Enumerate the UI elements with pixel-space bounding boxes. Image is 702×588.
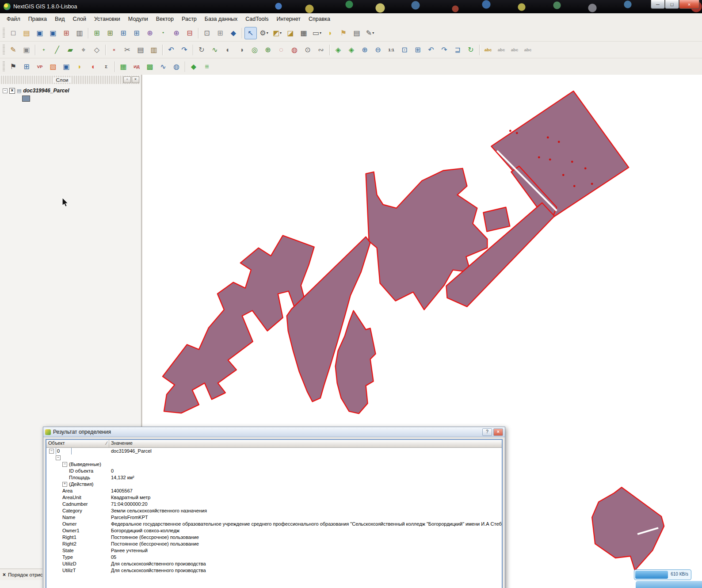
identify-row[interactable]: ID объекта0 — [46, 468, 502, 474]
dialog-close-button[interactable]: × — [493, 428, 503, 436]
split-features-icon[interactable]: ◐ — [222, 44, 234, 56]
menu-item-10[interactable]: Интернет — [272, 14, 305, 24]
label-rotate-icon[interactable]: abc — [508, 44, 521, 56]
identify-row[interactable]: −(Выведенные) — [46, 461, 502, 468]
georeferencer-icon[interactable]: ▩ — [144, 61, 156, 73]
save-as-image-icon[interactable]: ⊞ — [60, 27, 72, 39]
offset-curve-icon[interactable]: ⊙ — [301, 44, 314, 56]
coordinate-capture-icon[interactable]: ⚑ — [7, 61, 19, 73]
label-change-icon[interactable]: abc — [522, 44, 534, 56]
undo-icon[interactable]: ↶ — [165, 44, 177, 56]
identify-id-icon[interactable]: ИД — [130, 61, 143, 73]
menu-item-6[interactable]: Вектор — [152, 14, 178, 24]
delete-ring-icon[interactable]: ◌ — [275, 44, 287, 56]
menu-item-8[interactable]: База данных — [201, 14, 241, 24]
menu-item-4[interactable]: Установки — [90, 14, 124, 24]
image-preview-icon[interactable]: ▣ — [60, 61, 72, 73]
identify-row[interactable]: Right1Постоянное (бессрочное) пользовани… — [46, 534, 502, 541]
identify-row[interactable]: −0doc319946_Parcel — [46, 448, 502, 454]
save-edits-icon[interactable]: ▣ — [20, 44, 33, 56]
add-part-icon[interactable]: ⊕ — [262, 44, 274, 56]
parcel-point-feature[interactable] — [573, 185, 576, 187]
capture-line-icon[interactable]: ╱ — [51, 44, 63, 56]
identify-row[interactable]: Cadnumber71:04:000000:20 — [46, 501, 502, 508]
print-composer-icon[interactable]: ▥ — [73, 27, 86, 39]
column-header-value[interactable]: Значение — [109, 440, 502, 447]
menu-item-3[interactable]: Слой — [69, 14, 90, 24]
parcel-point-feature[interactable] — [591, 183, 593, 185]
parcel-point-feature[interactable] — [562, 174, 565, 176]
terrain-shading-icon[interactable]: ▧ — [47, 61, 59, 73]
panel-close-button[interactable]: × — [132, 76, 139, 83]
save-project-icon[interactable]: ▣ — [34, 27, 46, 39]
identify-row[interactable]: +(Действия) — [46, 481, 502, 488]
vp-profile-icon[interactable]: VP — [34, 61, 46, 73]
collapse-icon[interactable]: − — [3, 88, 8, 93]
identify-row[interactable]: StateРанее учтенный — [46, 547, 502, 554]
parcel-point-feature[interactable] — [516, 132, 518, 134]
copy-features-icon[interactable]: ▤ — [134, 44, 147, 56]
show-bookmarks-icon[interactable]: ▤ — [351, 27, 363, 39]
remove-layer-icon[interactable]: ⊟ — [183, 27, 196, 39]
quickmap-icon[interactable]: ◆ — [187, 61, 200, 73]
identify-features-icon[interactable]: ↖ — [244, 27, 257, 39]
parcel-north-square[interactable] — [491, 91, 629, 217]
zoom-to-selection-icon[interactable]: ⊞ — [412, 44, 424, 56]
collapse-icon[interactable]: − — [62, 462, 67, 467]
new-shapefile-layer-icon[interactable]: * — [157, 27, 169, 39]
table-manager-icon[interactable]: ⊞ — [20, 61, 33, 73]
zoom-out-icon[interactable]: ⊖ — [372, 44, 384, 56]
add-delimited-text-icon[interactable]: ⊞ — [214, 27, 226, 39]
layers-stack-icon[interactable]: ≡ — [201, 61, 213, 73]
identify-row[interactable]: Площадь14,132 км² — [46, 474, 502, 481]
catalog-icon[interactable]: ⊡ — [201, 27, 213, 39]
menu-item-1[interactable]: Правка — [24, 14, 51, 24]
refresh-map-icon[interactable]: ↻ — [465, 44, 477, 56]
panel-float-button[interactable]: ▫ — [123, 76, 131, 83]
draw-order-panel[interactable]: × Порядок отрис — [0, 569, 42, 580]
zoom-native-icon[interactable]: 1:1 — [385, 44, 397, 56]
python-console-icon[interactable]: ◆ — [227, 27, 240, 39]
layer-swatch[interactable] — [22, 95, 30, 102]
column-header-object[interactable]: Объект ∕ — [46, 440, 109, 447]
add-postgis-layer-icon[interactable]: ⊞ — [117, 27, 130, 39]
menu-item-2[interactable]: Вид — [51, 14, 69, 24]
parcel-point-feature[interactable] — [584, 167, 587, 169]
zoom-last-icon[interactable]: ↶ — [425, 44, 437, 56]
add-vector-layer-icon[interactable]: ⊞ — [91, 27, 103, 39]
layer-checkbox[interactable]: × — [9, 88, 15, 94]
add-spatialite-layer-icon[interactable]: ⊞ — [130, 27, 143, 39]
save-project-as-icon[interactable]: ▣ — [47, 27, 59, 39]
map-tips-icon[interactable]: ◗ — [324, 27, 336, 39]
simplify-feature-icon[interactable]: ∿ — [209, 44, 221, 56]
cut-features-icon[interactable]: ✂ — [121, 44, 134, 56]
expand-icon[interactable]: + — [62, 482, 67, 487]
add-wms-layer-icon[interactable]: ⊕ — [144, 27, 156, 39]
menu-item-11[interactable]: Справка — [305, 14, 334, 24]
identify-row[interactable]: Area14005567 — [46, 488, 502, 494]
node-tool-icon[interactable]: ◇ — [91, 44, 103, 56]
draw-order-close-icon[interactable]: × — [3, 572, 6, 578]
identify-row[interactable]: NameParcelsFromKPT — [46, 514, 502, 521]
add-wfs-layer-icon[interactable]: ⊕ — [170, 27, 183, 39]
menu-item-0[interactable]: Файл — [3, 14, 24, 24]
layer-item[interactable]: − × ▤ doc319946_Parcel — [3, 88, 138, 94]
label-settings-icon[interactable]: abc — [482, 44, 494, 56]
delete-part-icon[interactable]: ◍ — [288, 44, 301, 56]
zoom-next-icon[interactable]: ↷ — [438, 44, 450, 56]
capture-point-icon[interactable]: + — [38, 44, 50, 56]
parcel-point-feature[interactable] — [558, 141, 560, 143]
move-feature-icon[interactable]: ⌖ — [77, 44, 90, 56]
callout-yellow-icon[interactable]: ◗ — [73, 61, 86, 73]
maximize-button[interactable]: □ — [665, 0, 679, 9]
parcel-point-feature[interactable] — [547, 136, 549, 138]
raster-tools-icon[interactable]: ▦ — [117, 61, 130, 73]
layers-panel-header[interactable]: Слои ▫ × — [1, 76, 140, 84]
merge-features-icon[interactable]: ◑ — [235, 44, 248, 56]
identify-row[interactable]: UtilizDДля сельскохозяйственного произво… — [46, 561, 502, 567]
db-manager-icon[interactable]: ◍ — [170, 61, 183, 73]
toggle-editing-icon[interactable]: ✎ — [7, 44, 19, 56]
identify-row[interactable]: CategoryЗемли сельскохозяйственного назн… — [46, 508, 502, 514]
zoom-full-icon[interactable]: ⊡ — [398, 44, 411, 56]
parcel-point-feature[interactable] — [509, 130, 511, 132]
